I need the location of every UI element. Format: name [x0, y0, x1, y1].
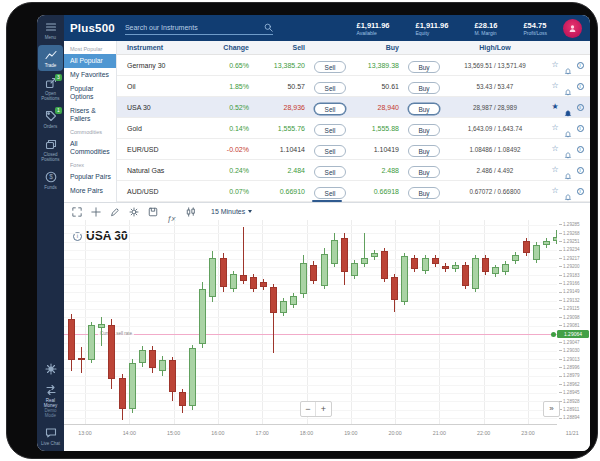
buy-button[interactable]: Buy [408, 187, 440, 199]
alert-bell-icon[interactable] [564, 82, 572, 90]
info-icon[interactable]: i [577, 83, 584, 90]
zoom-in-button[interactable]: + [316, 402, 331, 416]
nav-item-trade[interactable]: Trade [38, 45, 63, 71]
timeframe-selector[interactable]: 15 Minutes [211, 208, 252, 215]
category-item-more-pairs[interactable]: More Pairs [64, 184, 116, 198]
favorite-star-icon[interactable]: ☆ [551, 124, 558, 132]
buy-price: 1.10419 [351, 146, 403, 153]
nav-item-orders[interactable]: 1Orders [38, 106, 63, 132]
alert-bell-icon[interactable] [564, 103, 572, 111]
buy-button[interactable]: Buy [408, 61, 440, 73]
category-item-popular-options[interactable]: Popular Options [64, 82, 116, 104]
chart-plot[interactable]: i USA 30 Current sell rate [64, 220, 557, 425]
nav-item-label: Orders [44, 124, 58, 129]
sell-button[interactable]: Sell [314, 124, 346, 136]
nav-item-theme[interactable] [38, 359, 63, 378]
table-header-cell: Instrument [117, 44, 213, 51]
alert-bell-icon[interactable] [564, 145, 572, 153]
sell-button[interactable]: Sell [314, 145, 346, 157]
buy-button-cell: Buy [403, 140, 445, 158]
candle-body [462, 265, 469, 286]
sell-button[interactable]: Sell [314, 187, 346, 199]
category-section-header: Most Popular [64, 43, 116, 54]
nav-item-account-mode[interactable]: Real MoneyDemo Mode [38, 380, 63, 421]
table-header-cell: Buy [351, 44, 403, 51]
table-scrollbar[interactable] [312, 200, 342, 203]
buy-button[interactable]: Buy [408, 166, 440, 178]
pencil-icon[interactable] [110, 207, 120, 217]
buy-price: 50.61 [351, 83, 403, 90]
gear-icon[interactable] [129, 207, 139, 217]
candle-body [321, 254, 328, 286]
nav-item-live-chat[interactable]: Live Chat [38, 423, 63, 449]
category-item-my-favorites[interactable]: My Favorites [64, 68, 116, 82]
price-tick-label: 1.29081 [559, 323, 580, 328]
table-row-oil[interactable]: Oil1.85%50.57Sell50.61Buy53.43 / 53.47☆i [117, 76, 590, 97]
plus500-logo: Plus500 [70, 22, 115, 34]
alert-bell-icon[interactable] [564, 166, 572, 174]
avatar[interactable] [563, 19, 582, 38]
alert-bell-icon[interactable] [564, 124, 572, 132]
crosshair-icon[interactable] [91, 207, 101, 217]
table-row-eur-usd[interactable]: EUR/USD-0.02%1.10414Sell1.10419Buy1.0848… [117, 139, 590, 160]
buy-button[interactable]: Buy [408, 82, 440, 94]
expand-icon[interactable] [72, 207, 82, 217]
table-row-natural-gas[interactable]: Natural Gas0.24%2.484Sell2.488Buy2.486 /… [117, 160, 590, 181]
favorite-star-icon[interactable]: ☆ [551, 166, 558, 174]
info-icon[interactable]: i [577, 104, 584, 111]
price-tick-label: 1.28996 [559, 365, 580, 370]
favorite-star-icon[interactable]: ☆ [551, 187, 558, 195]
category-item-all-popular[interactable]: All Popular [64, 54, 116, 68]
gridline-horizontal [64, 393, 557, 394]
row-icons: ☆i [545, 187, 590, 195]
favorite-star-icon[interactable]: ★ [551, 103, 558, 111]
fx-indicators-icon[interactable]: ƒx [167, 207, 177, 217]
favorite-star-icon[interactable]: ☆ [551, 145, 558, 153]
stat-label: Equity [415, 30, 448, 36]
info-icon[interactable]: i [577, 62, 584, 69]
nav-item-open-positions[interactable]: 3Open Positions [38, 73, 63, 104]
table-row-aud-usd[interactable]: AUD/USD0.07%0.66910Sell0.66918Buy0.67072… [117, 181, 590, 202]
nav-item-closed-positions[interactable]: Closed Positions [38, 134, 63, 165]
zoom-out-button[interactable]: − [301, 402, 316, 416]
info-icon[interactable]: i [577, 125, 584, 132]
table-row-usa-30[interactable]: USA 300.52%28,936Sell28,940Buy28,987 / 2… [117, 97, 590, 118]
current-sell-rate-line [64, 334, 557, 335]
change-value: 0.14% [213, 125, 253, 132]
info-icon[interactable]: i [577, 188, 584, 195]
alert-bell-icon[interactable] [564, 61, 572, 69]
category-item-all-commodities[interactable]: All Commodities [64, 137, 116, 159]
candle-body [139, 350, 146, 363]
save-icon[interactable] [148, 207, 158, 217]
nav-item-menu[interactable]: Menu [38, 17, 63, 43]
change-value: 0.24% [213, 167, 253, 174]
search-bar[interactable]: Search our Instruments [125, 21, 273, 35]
category-item-risers-fallers[interactable]: Risers & Fallers [64, 104, 116, 126]
sell-button[interactable]: Sell [314, 61, 346, 73]
buy-button[interactable]: Buy [408, 124, 440, 136]
alert-bell-icon[interactable] [564, 187, 572, 195]
table-header-cell: Sell [253, 44, 309, 51]
category-sidebar: Most PopularAll PopularMy FavoritesPopul… [64, 41, 117, 202]
table-row-gold[interactable]: Gold0.14%1,555.76Sell1,555.88Buy1,643.09… [117, 118, 590, 139]
table-row-germany-30[interactable]: Germany 300.65%13,385.20Sell13,389.38Buy… [117, 55, 590, 76]
account-stat-2: £1,911.96Equity [415, 21, 448, 36]
sell-button[interactable]: Sell [314, 103, 346, 115]
collapse-chart-button[interactable]: » [543, 401, 560, 417]
nav-item-funds[interactable]: $Funds [38, 167, 63, 193]
info-icon[interactable]: i [577, 167, 584, 174]
category-item-popular-pairs[interactable]: Popular Pairs [64, 170, 116, 184]
sell-button[interactable]: Sell [314, 82, 346, 94]
candle-style-icon[interactable] [186, 207, 196, 217]
favorite-star-icon[interactable]: ☆ [551, 61, 558, 69]
sell-button[interactable]: Sell [314, 166, 346, 178]
buy-button[interactable]: Buy [408, 145, 440, 157]
buy-button[interactable]: Buy [408, 103, 440, 115]
info-icon[interactable]: i [577, 146, 584, 153]
hamburger-icon [45, 21, 57, 33]
candle-body [422, 258, 429, 271]
candle-body [129, 363, 136, 409]
stat-label: M. Margin [474, 30, 497, 36]
favorite-star-icon[interactable]: ☆ [551, 82, 558, 90]
price-tick-label: 1.29047 [559, 340, 580, 345]
